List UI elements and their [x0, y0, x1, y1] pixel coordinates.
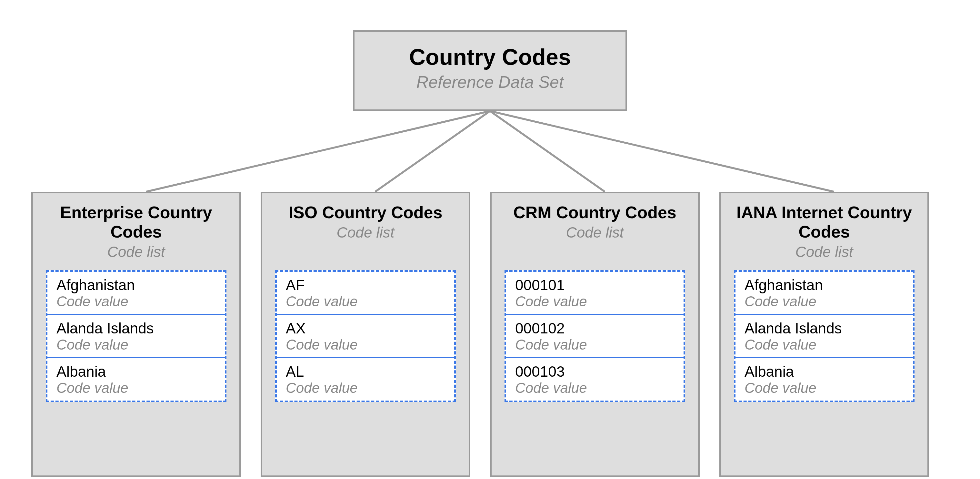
- code-value-item: AX Code value: [277, 314, 454, 357]
- code-list: 000101 Code value 000102 Code value 0001…: [504, 270, 685, 402]
- child-title: CRM Country Codes: [504, 203, 685, 222]
- code-value-sub: Code value: [56, 380, 216, 396]
- child-header: IANA Internet Country Codes Code list: [734, 203, 915, 260]
- child-header: CRM Country Codes Code list: [504, 203, 685, 241]
- code-value-name: Afghanistan: [56, 277, 216, 294]
- code-value-name: AF: [286, 277, 445, 294]
- code-value-item: Alanda Islands Code value: [735, 314, 913, 357]
- svg-line-3: [490, 111, 834, 192]
- child-title: Enterprise Country Codes: [46, 203, 226, 242]
- svg-line-0: [146, 111, 490, 192]
- code-value-name: Afghanistan: [745, 277, 904, 294]
- code-value-sub: Code value: [745, 294, 904, 309]
- svg-line-2: [490, 111, 605, 192]
- code-value-name: Albania: [56, 364, 216, 380]
- code-value-name: AX: [286, 320, 445, 337]
- code-value-name: 000103: [515, 364, 675, 380]
- code-value-item: 000101 Code value: [506, 272, 684, 314]
- child-node-enterprise: Enterprise Country Codes Code list Afgha…: [31, 192, 241, 477]
- child-node-iso: ISO Country Codes Code list AF Code valu…: [261, 192, 470, 477]
- root-title: Country Codes: [361, 45, 619, 70]
- child-title: ISO Country Codes: [275, 203, 456, 222]
- child-header: Enterprise Country Codes Code list: [46, 203, 226, 260]
- code-value-sub: Code value: [286, 380, 445, 396]
- root-subtitle: Reference Data Set: [361, 72, 619, 92]
- code-value-item: Albania Code value: [735, 357, 913, 401]
- child-title: IANA Internet Country Codes: [734, 203, 915, 242]
- code-value-sub: Code value: [56, 337, 216, 353]
- code-value-item: Albania Code value: [48, 357, 225, 401]
- code-value-sub: Code value: [745, 380, 904, 396]
- code-value-sub: Code value: [286, 337, 445, 353]
- code-value-sub: Code value: [515, 380, 675, 396]
- svg-line-1: [375, 111, 490, 192]
- child-node-crm: CRM Country Codes Code list 000101 Code …: [490, 192, 700, 477]
- code-value-name: Alanda Islands: [56, 320, 216, 337]
- code-value-item: Alanda Islands Code value: [48, 314, 225, 357]
- child-subtitle: Code list: [504, 224, 685, 241]
- code-value-sub: Code value: [515, 294, 675, 309]
- code-value-item: 000102 Code value: [506, 314, 684, 357]
- code-value-item: Afghanistan Code value: [48, 272, 225, 314]
- code-list: Afghanistan Code value Alanda Islands Co…: [46, 270, 226, 402]
- root-node: Country Codes Reference Data Set: [353, 30, 627, 111]
- code-value-sub: Code value: [515, 337, 675, 353]
- child-subtitle: Code list: [46, 243, 226, 260]
- code-value-sub: Code value: [56, 294, 216, 309]
- code-list: AF Code value AX Code value AL Code valu…: [275, 270, 456, 402]
- diagram-canvas: Country Codes Reference Data Set Enterpr…: [0, 0, 980, 479]
- code-value-item: Afghanistan Code value: [735, 272, 913, 314]
- code-list: Afghanistan Code value Alanda Islands Co…: [734, 270, 915, 402]
- child-subtitle: Code list: [275, 224, 456, 241]
- child-header: ISO Country Codes Code list: [275, 203, 456, 241]
- code-value-item: AL Code value: [277, 357, 454, 401]
- code-value-name: Albania: [745, 364, 904, 380]
- code-value-sub: Code value: [286, 294, 445, 309]
- code-value-sub: Code value: [745, 337, 904, 353]
- code-value-name: Alanda Islands: [745, 320, 904, 337]
- code-value-name: 000102: [515, 320, 675, 337]
- code-value-item: AF Code value: [277, 272, 454, 314]
- child-node-iana: IANA Internet Country Codes Code list Af…: [719, 192, 929, 477]
- child-subtitle: Code list: [734, 243, 915, 260]
- code-value-name: AL: [286, 364, 445, 380]
- code-value-name: 000101: [515, 277, 675, 294]
- code-value-item: 000103 Code value: [506, 357, 684, 401]
